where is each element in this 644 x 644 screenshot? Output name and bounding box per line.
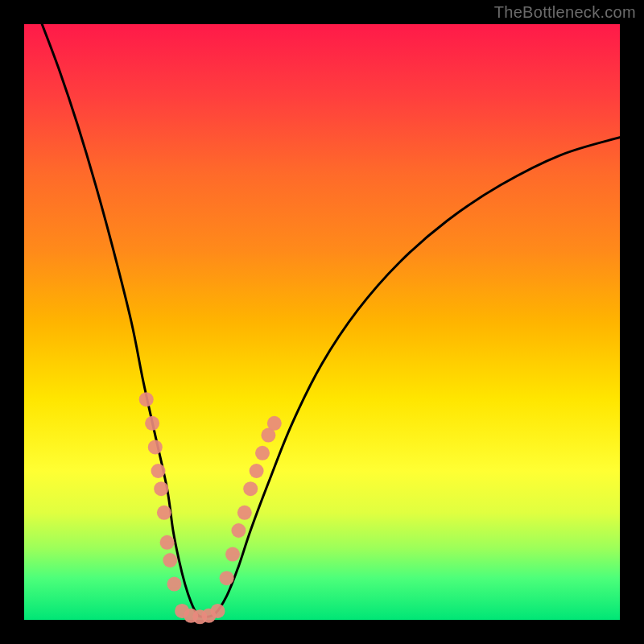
- marker-dot: [154, 481, 168, 496]
- marker-dot: [225, 547, 240, 562]
- marker-dot: [255, 446, 270, 460]
- marker-dot: [148, 440, 163, 454]
- marker-dot: [267, 416, 282, 431]
- curve-layer: [42, 24, 620, 617]
- marker-dot: [167, 577, 181, 592]
- marker-dot: [220, 571, 234, 585]
- marker-dot: [139, 392, 154, 407]
- chart-stage: TheBottleneck.com: [0, 0, 644, 644]
- marker-dot: [145, 416, 159, 431]
- marker-dot: [151, 464, 166, 478]
- marker-dot: [250, 464, 264, 478]
- chart-svg: [24, 24, 620, 620]
- bottleneck-curve: [42, 24, 620, 617]
- marker-dot: [157, 506, 171, 520]
- marker-dot: [211, 604, 225, 618]
- marker-dot: [163, 553, 177, 568]
- watermark-text: TheBottleneck.com: [494, 3, 636, 22]
- marker-layer: [139, 392, 282, 624]
- marker-dot: [243, 481, 258, 496]
- marker-dot: [160, 535, 175, 550]
- marker-dot: [231, 523, 246, 538]
- marker-dot: [237, 506, 252, 520]
